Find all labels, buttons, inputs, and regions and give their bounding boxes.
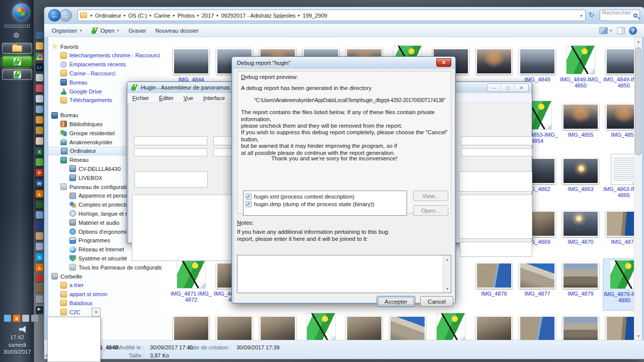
desktop-icon-photos[interactable] [36,84,43,92]
desktop-icon-powerpoint[interactable]: P [36,169,43,176]
clock-date[interactable]: 30/09/2017 [0,349,34,355]
desktop-icon-chrome[interactable] [36,53,43,60]
sidebar-item-tous-les-panneaux-de-configuration[interactable]: Tous les Panneaux de configuration [48,263,162,272]
desktop-icon-paint[interactable] [36,137,43,145]
accept-button[interactable]: Accepter [377,296,415,307]
help-icon[interactable]: ? [629,27,637,35]
file-item[interactable] [559,312,602,340]
notes-textarea[interactable]: ▲ ▼ [237,255,451,293]
tray-cloud-icon[interactable] [4,315,11,322]
scroll-down-icon[interactable]: ▼ [443,285,451,293]
desktop-icon-app-gray[interactable] [36,296,43,303]
start-button[interactable] [13,4,30,21]
breadcrumb-segment-os-c[interactable]: OS (C:) [128,13,147,19]
view-button[interactable]: View... [413,191,448,201]
sidebar-item-c2c[interactable]: C2C [48,308,162,316]
chevron-down-icon[interactable]: ▼ [609,29,612,32]
close-icon[interactable]: ✕ [436,58,451,67]
desktop-icon-display[interactable] [36,32,43,39]
hugin-input-field[interactable] [213,136,233,145]
file-item-img-4849-img-4850[interactable]: IMG_4849-IMG_4850 [603,44,634,97]
close-icon[interactable]: ✕ [92,308,101,317]
sidebar-item-telechargements-chrome-raccourci[interactable]: telechargements chrome - Raccourci [48,51,162,60]
file-item-img-4879-img-4880[interactable]: IMG_4879-IMG_4880 [603,258,634,311]
desktop-icon-excel[interactable]: X [36,148,43,155]
desktop-icon-picasa[interactable] [36,285,43,293]
textarea-scrollbar[interactable]: ▲ ▼ [443,255,451,293]
sidebar-item-emplacements-r-cents[interactable]: Emplacements récents [48,60,162,69]
scrollbar-thumb[interactable] [635,47,641,155]
hugin-input-field[interactable] [134,136,207,145]
file-item-img-4855[interactable]: IMG_4855 [559,100,602,152]
scrollbar[interactable]: ▲ ▼ [634,37,642,340]
dialog-title-bar[interactable]: Debug report "hugin" [232,57,455,69]
hugin-input-field[interactable] [134,171,208,188]
file-item[interactable] [213,312,256,340]
taskbar-button-explorer[interactable] [2,43,32,54]
file-item[interactable] [257,312,299,340]
show-hidden-icons-arrow[interactable]: ▶ [38,307,41,311]
open-button[interactable]: Open▼ [87,25,124,36]
desktop-icon-lightroom[interactable]: Lr [36,63,43,71]
taskbar-button-hugin-pinned[interactable] [2,69,32,80]
desktop-icon-vlc[interactable]: ▲ [36,190,43,198]
maximize-button[interactable]: ▢ [501,84,515,92]
sidebar-item-corbeille[interactable]: Corbeille [48,272,162,281]
tray-avast-icon[interactable]: a [13,315,20,322]
breadcrumb-segment-ordinateur[interactable]: Ordinateur [95,13,121,19]
taskbar-button-hugin-active[interactable] [2,56,32,67]
organiser-button[interactable]: Organiser▼ [47,25,87,36]
scroll-down-icon[interactable]: ▼ [634,332,642,340]
tray-network-icon[interactable] [31,315,38,322]
file-item-img-4849-img-4850[interactable]: IMG_4849-IMG_4850 [559,44,602,97]
file-item-img-4863-img-4865[interactable]: IMG_4863-IMG_4865 [603,154,634,206]
report-file-row[interactable]: ✓hugin.dmp (dump of the process state (b… [246,200,405,208]
menu-fichier[interactable]: Fichier [127,95,154,101]
new-folder-button[interactable]: Nouveau dossier [151,25,203,36]
address-dropdown-icon[interactable]: ▼ [580,14,583,18]
breadcrumb-segment-carine[interactable]: Carine [154,13,170,19]
desktop-icon-viewer[interactable] [36,74,43,81]
menu-interface[interactable]: Interface [198,95,230,101]
report-file-row[interactable]: ✓hugin.xml (process context description) [246,193,405,200]
desktop-icon-word[interactable]: W [36,179,43,187]
desktop-icon-skype[interactable]: S [36,253,43,261]
preview-pane-icon[interactable] [617,27,625,34]
clock-time[interactable]: 17:42 [0,334,34,340]
file-item-img-4871-img-4872[interactable]: IMG_4871-IMG_4872 [170,258,212,311]
desktop-icon-torch[interactable] [36,275,43,282]
file-item-img-4856[interactable]: IMG_4856 [603,100,634,152]
file-item[interactable] [603,312,634,340]
sidebar-item-appart-st-simon[interactable]: appart st simon [48,290,162,299]
views-icon[interactable] [599,27,608,34]
graver-button[interactable]: Graver [124,25,151,36]
sidebar-item-bala-tous[interactable]: Balaïtous [48,299,162,307]
breadcrumb-segment-photos[interactable]: Photos [178,13,195,19]
file-item[interactable] [343,312,385,340]
address-bar[interactable]: ▸Ordinateur▸OS (C:)▸Carine▸Photos▸2017▸0… [77,10,586,21]
breadcrumb-segment-199-2909[interactable]: 199_2909 [303,13,328,19]
file-item[interactable] [430,312,472,340]
hugin-input-field[interactable] [213,148,233,156]
file-item[interactable] [300,312,342,340]
desktop-icon-avast[interactable]: a [36,264,43,272]
hugin-list-panel[interactable] [132,195,233,261]
close-button[interactable]: ✕ [515,84,528,92]
desktop-icon-folder-orange[interactable] [36,116,43,124]
volume-icon[interactable] [19,326,28,333]
gear-icon[interactable]: ⚙ [13,31,20,39]
file-item[interactable] [386,312,429,340]
hugin-input-field[interactable] [461,148,532,156]
desktop-icon-movie[interactable] [36,201,43,208]
forward-button[interactable]: → [59,9,72,22]
desktop-icon-paint-2[interactable] [36,232,43,240]
file-item-img-4870[interactable]: IMG_4870 [559,207,602,259]
back-button[interactable]: ← [48,9,61,22]
breadcrumb-segment-09292017-adishatz-spijeoles[interactable]: 09292017 - Adishatz Spijeoles [221,13,296,19]
file-item[interactable] [516,312,558,340]
taskbar-grip[interactable] [4,24,30,28]
desktop-icon-notepad[interactable] [36,106,43,113]
file-item-img-4879[interactable]: IMG_4879 [559,258,602,311]
sidebar-item-favoris[interactable]: Favoris [48,42,162,51]
open-button[interactable]: Open... [413,205,448,216]
